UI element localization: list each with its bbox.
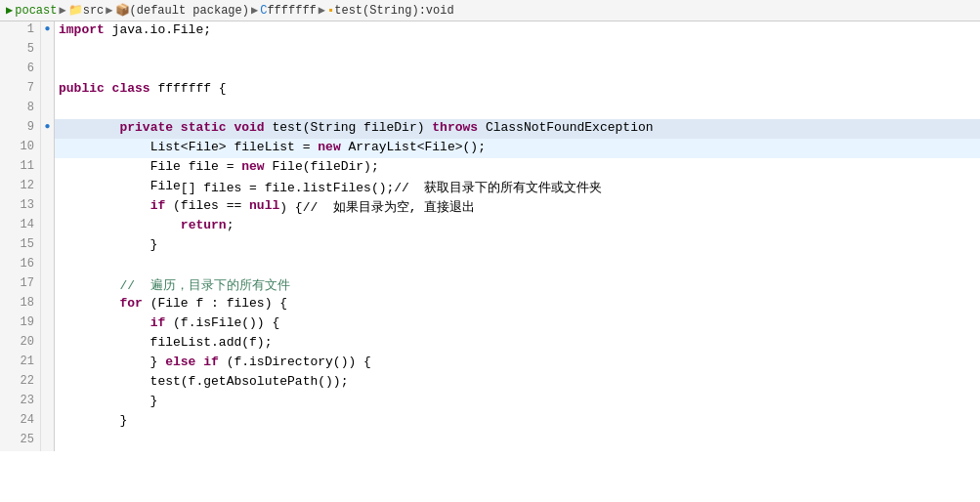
line-marker — [41, 236, 55, 256]
line-number: 7 — [0, 80, 41, 100]
code-editor[interactable]: 1●import java.io.File;5 6 7public class … — [0, 21, 980, 502]
line-content: if (f.isFile()) { — [55, 314, 980, 334]
line-content: if (files == null) {// 如果目录为空, 直接退出 — [55, 197, 980, 217]
line-marker — [41, 158, 55, 178]
line-content: public class fffffff { — [55, 80, 980, 100]
breadcrumb-method[interactable]: test(String):void — [334, 4, 453, 18]
code-line: 9● private static void test(String fileD… — [0, 119, 980, 139]
line-number: 18 — [0, 295, 41, 314]
line-marker — [41, 412, 55, 432]
line-content — [55, 256, 980, 275]
line-marker — [41, 373, 55, 393]
line-marker — [41, 100, 55, 119]
line-content: private static void test(String fileDir)… — [55, 119, 980, 139]
line-marker: ● — [41, 119, 55, 139]
code-line: 10 List<File> fileList = new ArrayList<F… — [0, 139, 980, 158]
line-number: 6 — [0, 61, 41, 80]
line-content: File[] files = file.listFiles();// 获取目录下… — [55, 178, 980, 197]
code-line: 19 if (f.isFile()) { — [0, 314, 980, 334]
code-line: 5 — [0, 41, 980, 61]
line-marker — [41, 354, 55, 373]
line-number: 1 — [0, 21, 41, 41]
line-content: import java.io.File; — [55, 21, 980, 41]
line-number: 17 — [0, 275, 41, 295]
line-marker: ● — [41, 21, 55, 41]
line-number: 13 — [0, 197, 41, 217]
line-number: 16 — [0, 256, 41, 275]
code-line: 8 — [0, 100, 980, 119]
code-line: 12 File[] files = file.listFiles();// 获取… — [0, 178, 980, 197]
line-content — [55, 41, 980, 61]
line-marker — [41, 295, 55, 314]
line-marker — [41, 41, 55, 61]
line-content: return; — [55, 217, 980, 236]
line-content: // 遍历，目录下的所有文件 — [55, 275, 980, 295]
breadcrumb-class[interactable]: fffffff — [267, 4, 316, 18]
line-marker — [41, 217, 55, 236]
line-number: 20 — [0, 334, 41, 354]
line-number: 11 — [0, 158, 41, 178]
line-number: 15 — [0, 236, 41, 256]
line-content: File file = new File(fileDir); — [55, 158, 980, 178]
line-number: 10 — [0, 139, 41, 158]
code-line: 16 — [0, 256, 980, 275]
class-icon: C — [260, 4, 267, 18]
line-content: List<File> fileList = new ArrayList<File… — [55, 139, 980, 158]
line-number: 9 — [0, 119, 41, 139]
line-number: 14 — [0, 217, 41, 236]
breadcrumb-sep1: ▶ — [59, 3, 65, 18]
src-icon: 📁 — [68, 3, 83, 18]
line-number: 12 — [0, 178, 41, 197]
line-marker — [41, 334, 55, 354]
breadcrumb-src[interactable]: src — [83, 4, 105, 18]
package-icon: 📦 — [115, 3, 130, 18]
line-marker — [41, 178, 55, 197]
breadcrumb-sep3: ▶ — [251, 3, 258, 18]
line-number: 21 — [0, 354, 41, 373]
code-line: 18 for (File f : files) { — [0, 295, 980, 314]
line-marker — [41, 432, 55, 451]
breadcrumb-sep2: ▶ — [106, 3, 112, 18]
project-icon: ▶ — [6, 3, 13, 18]
code-line: 21 } else if (f.isDirectory()) { — [0, 354, 980, 373]
line-marker — [41, 61, 55, 80]
code-line: 17 // 遍历，目录下的所有文件 — [0, 275, 980, 295]
breadcrumb-bar: ▶ pocast ▶ 📁 src ▶ 📦 (default package) ▶… — [0, 0, 980, 21]
code-line: 6 — [0, 61, 980, 80]
line-number: 8 — [0, 100, 41, 119]
code-line: 7public class fffffff { — [0, 80, 980, 100]
line-number: 19 — [0, 314, 41, 334]
code-line: 13 if (files == null) {// 如果目录为空, 直接退出 — [0, 197, 980, 217]
line-marker — [41, 256, 55, 275]
line-content: test(f.getAbsolutePath()); — [55, 373, 980, 393]
breadcrumb-package[interactable]: (default package) — [130, 4, 249, 18]
line-content: } — [55, 412, 980, 432]
line-content: fileList.add(f); — [55, 334, 980, 354]
line-content — [55, 432, 980, 451]
breadcrumb-project[interactable]: pocast — [15, 4, 57, 18]
breadcrumb-sep4: ▶ — [319, 3, 325, 18]
line-marker — [41, 197, 55, 217]
code-line: 1●import java.io.File; — [0, 21, 980, 41]
line-marker — [41, 275, 55, 295]
code-line: 25 — [0, 432, 980, 451]
line-marker — [41, 314, 55, 334]
code-line: 22 test(f.getAbsolutePath()); — [0, 373, 980, 393]
line-number: 5 — [0, 41, 41, 61]
line-content: } — [55, 393, 980, 412]
line-number: 25 — [0, 432, 41, 451]
line-marker — [41, 393, 55, 412]
code-line: 23 } — [0, 393, 980, 412]
line-marker — [41, 139, 55, 158]
code-line: 11 File file = new File(fileDir); — [0, 158, 980, 178]
line-number: 22 — [0, 373, 41, 393]
line-marker — [41, 80, 55, 100]
line-content: } else if (f.isDirectory()) { — [55, 354, 980, 373]
code-line: 14 return; — [0, 217, 980, 236]
line-content: for (File f : files) { — [55, 295, 980, 314]
line-content: } — [55, 236, 980, 256]
line-content — [55, 100, 980, 119]
code-line: 20 fileList.add(f); — [0, 334, 980, 354]
line-content — [55, 61, 980, 80]
line-number: 23 — [0, 393, 41, 412]
